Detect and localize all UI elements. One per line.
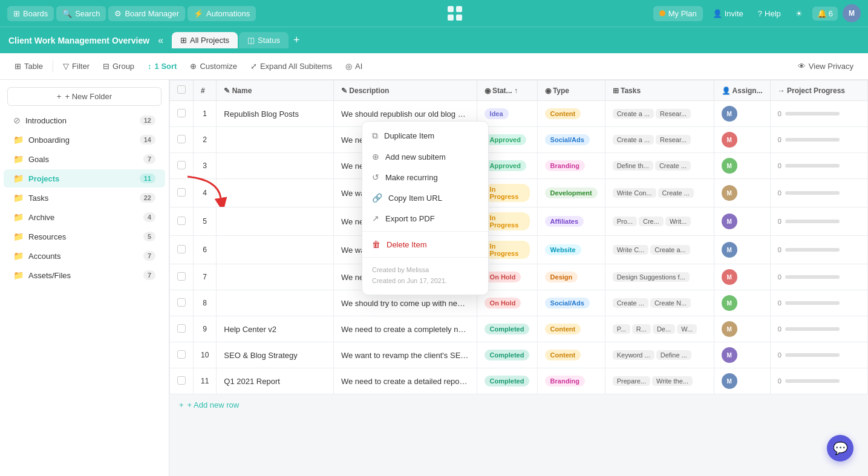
table-row[interactable]: 11 Q1 2021 Report We need to create a de… — [170, 368, 868, 394]
row-type[interactable]: Content — [537, 342, 605, 368]
row-name[interactable] — [217, 207, 334, 236]
row-type[interactable]: Website — [537, 236, 605, 264]
tab-status[interactable]: ◫ Status — [239, 32, 289, 48]
ctx-add-subitem[interactable]: ⊕ Add new subitem — [362, 146, 488, 167]
user-avatar[interactable]: M — [843, 4, 861, 22]
table-row[interactable]: 5 We need to update the affiliates progr… — [170, 207, 868, 236]
automations-button[interactable]: ⚡ Automations — [188, 6, 256, 21]
filter-button[interactable]: ▽ Filter — [57, 58, 96, 74]
row-assignee[interactable]: M — [714, 368, 770, 394]
row-status[interactable]: Completed — [477, 342, 537, 368]
ctx-delete-item[interactable]: 🗑 Delete Item — [362, 234, 488, 255]
row-checkbox[interactable] — [170, 316, 194, 342]
sidebar-item-archive[interactable]: 📁 Archive 4 — [4, 208, 165, 226]
ctx-copy-url[interactable]: 🔗 Copy Item URL — [362, 187, 488, 208]
row-type[interactable]: Social/Ads — [537, 127, 605, 153]
row-assignee[interactable]: M — [714, 290, 770, 316]
col-assign-header[interactable]: 👤 Assign... — [714, 80, 770, 101]
table-row[interactable]: 3 We need to create new monthly/yearly p… — [170, 153, 868, 179]
ctx-export-pdf[interactable]: ↗ Export to PDF — [362, 208, 488, 229]
table-row[interactable]: 6 We want to have a dedicated Product Pa… — [170, 236, 868, 264]
row-assignee[interactable]: M — [714, 342, 770, 368]
sidebar-item-accounts[interactable]: 📁 Accounts 7 — [4, 247, 165, 265]
sidebar-item-projects[interactable]: 📁 Projects 11 — [4, 169, 165, 187]
row-assignee[interactable]: M — [714, 316, 770, 342]
customize-button[interactable]: ⊕ Customize — [184, 58, 243, 74]
col-name-header[interactable]: ✎ Name — [217, 80, 334, 101]
row-checkbox[interactable] — [170, 127, 194, 153]
ai-button[interactable]: ◎ AI — [339, 58, 368, 74]
row-assignee[interactable]: M — [714, 264, 770, 290]
col-status-header[interactable]: ◉ Stat... ↑ — [477, 80, 537, 101]
sidebar-item-tasks[interactable]: 📁 Tasks 22 — [4, 189, 165, 207]
sidebar-item-resources[interactable]: 📁 Resources 5 — [4, 227, 165, 246]
col-type-header[interactable]: ◉ Type — [537, 80, 605, 101]
row-type[interactable]: Branding — [537, 153, 605, 179]
table-row[interactable]: 10 SEO & Blog Strategy We want to revamp… — [170, 342, 868, 368]
table-row[interactable]: 1 Republish Blog Posts We should republi… — [170, 101, 868, 127]
col-progress-header[interactable]: → Project Progress — [770, 80, 867, 101]
row-name[interactable]: Republish Blog Posts — [217, 101, 334, 127]
row-name[interactable]: SEO & Blog Strategy — [217, 342, 334, 368]
add-tab-button[interactable]: + — [290, 34, 304, 47]
row-type[interactable]: Branding — [537, 368, 605, 394]
table-row[interactable]: 2 We need to rethink the client's social… — [170, 127, 868, 153]
view-privacy-button[interactable]: 👁 View Privacy — [792, 58, 860, 74]
row-checkbox[interactable] — [170, 101, 194, 127]
sort-button[interactable]: ↕ 1 Sort — [142, 58, 183, 74]
boards-button[interactable]: ⊞ Boards — [7, 6, 54, 21]
row-assignee[interactable]: M — [714, 207, 770, 236]
row-name[interactable] — [217, 179, 334, 207]
row-name[interactable] — [217, 153, 334, 179]
row-checkbox[interactable] — [170, 342, 194, 368]
row-name[interactable] — [217, 264, 334, 290]
invite-button[interactable]: 👤 Invite — [708, 7, 748, 21]
row-assignee[interactable]: M — [714, 153, 770, 179]
chat-button[interactable]: 💬 — [827, 435, 853, 461]
my-plan-button[interactable]: My Plan — [653, 6, 703, 21]
collapse-sidebar-button[interactable]: « — [154, 34, 167, 47]
sidebar-item-introduction[interactable]: ⊘ Introduction 12 — [4, 111, 165, 129]
row-type[interactable]: Content — [537, 316, 605, 342]
ctx-duplicate-item[interactable]: ⧉ Duplicate Item — [362, 125, 488, 146]
search-button[interactable]: 🔍 Search — [56, 6, 106, 21]
row-assignee[interactable]: M — [714, 101, 770, 127]
row-type[interactable]: Development — [537, 179, 605, 207]
row-checkbox[interactable] — [170, 207, 194, 236]
row-name[interactable] — [217, 127, 334, 153]
expand-subitems-button[interactable]: ⤢ Expand All Subitems — [244, 58, 338, 74]
new-folder-button[interactable]: + + New Folder — [7, 87, 162, 106]
row-checkbox[interactable] — [170, 236, 194, 264]
settings-button[interactable]: ☀ — [791, 7, 808, 21]
table-row[interactable]: 4 We want to launch a revised version of… — [170, 179, 868, 207]
help-button[interactable]: ? Help — [753, 7, 786, 21]
row-checkbox[interactable] — [170, 264, 194, 290]
group-button[interactable]: ⊟ Group — [97, 58, 140, 74]
board-manager-button[interactable]: ⚙ Board Manager — [108, 6, 185, 21]
row-name[interactable]: Help Center v2 — [217, 316, 334, 342]
row-name[interactable] — [217, 290, 334, 316]
row-checkbox[interactable] — [170, 290, 194, 316]
col-tasks-header[interactable]: ⊞ Tasks — [605, 80, 714, 101]
row-type[interactable]: Social/Ads — [537, 290, 605, 316]
row-status[interactable]: Completed — [477, 316, 537, 342]
row-name[interactable] — [217, 236, 334, 264]
add-row-button[interactable]: + + Add new row — [169, 394, 249, 416]
row-checkbox[interactable] — [170, 368, 194, 394]
row-type[interactable]: Design — [537, 264, 605, 290]
table-row[interactable]: 7 We need to come up with and create a r… — [170, 264, 868, 290]
table-row[interactable]: 9 Help Center v2 We need to create a com… — [170, 316, 868, 342]
row-assignee[interactable]: M — [714, 236, 770, 264]
row-status[interactable]: Completed — [477, 368, 537, 394]
ctx-recurring[interactable]: ↺ Make recurring — [362, 167, 488, 187]
row-type[interactable]: Content — [537, 101, 605, 127]
row-assignee[interactable]: M — [714, 127, 770, 153]
col-desc-header[interactable]: ✎ Description — [333, 80, 477, 101]
notifications-badge[interactable]: 🔔 6 — [812, 7, 838, 21]
row-assignee[interactable]: M — [714, 179, 770, 207]
row-name[interactable]: Q1 2021 Report — [217, 368, 334, 394]
sidebar-item-assets[interactable]: 📁 Assets/Files 7 — [4, 266, 165, 284]
table-button[interactable]: ⊞ Table — [8, 58, 49, 74]
sidebar-item-onboarding[interactable]: 📁 Onboarding 14 — [4, 131, 165, 149]
table-row[interactable]: 8 We should try to come up with new way … — [170, 290, 868, 316]
